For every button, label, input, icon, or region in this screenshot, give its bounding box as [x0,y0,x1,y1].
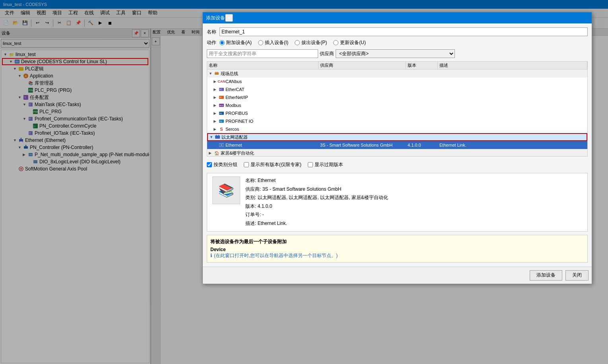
expand-modbus: ▶ [214,103,218,107]
modbus-label: Modbus [225,103,241,108]
svg-rect-47 [215,136,220,139]
profinet-io-label: PROFINET IO [225,119,253,124]
col-supplier: 供应商 [319,62,406,69]
sercos-label: Sercos [225,127,239,132]
info-name-value: Ethernet [258,178,276,183]
info-order-label: 订单号: [245,212,261,217]
info-panel: 📚 名称: Ethernet 供应商: 3S - Smart Software … [207,173,588,232]
info-name-row: 名称: Ethernet [245,176,584,185]
group-ethercat[interactable]: ▶ EC EtherCAT [207,85,587,93]
dialog-title-text: 添加设备 [206,15,225,21]
checkbox-all-versions[interactable]: 显示所有版本(仅限专家) [244,161,301,168]
info-desc-value: Ethernet Link. [258,221,287,226]
ethercat-label: EtherCAT [225,87,244,92]
info-category-row: 类别: 以太网适配器, 以太网适配器, 以太网适配器, 家居&楼宇自动化 [245,194,584,202]
group-modbus[interactable]: ▶ MOD Modbus [207,101,587,109]
svg-text:PB: PB [220,112,222,114]
info-desc-row: 描述: Ethernet Link. [245,219,584,228]
info-image-area: 📚 [210,176,242,228]
info-supplier-value: 3S - Smart Software Solutions GmbH [262,186,342,192]
ethercat-icon: EC [218,87,225,92]
book-stack-icon: 📚 [218,183,234,198]
dialog-close-btn[interactable]: × [225,14,233,22]
canbus-icon: CAN [218,79,225,84]
info-category-label: 类别: [245,195,256,200]
group-ethernetip[interactable]: ▶ IP EtherNet/IP [207,93,587,101]
checkbox-expired[interactable]: 显示过期版本 [308,161,343,168]
info-category-value: 以太网适配器, 以太网适配器, 以太网适配器, 家居&楼宇自动化 [258,195,388,200]
app-window: linux_test - CODESYS 文件 编辑 视图 项目 工程 在线 调… [0,0,608,364]
add-device-btn[interactable]: 添加设备 [530,270,562,281]
supplier-label: 供应商 [320,50,334,57]
radio-update[interactable]: 更新设备(U) [333,39,366,46]
group-profinet-io[interactable]: ▶ PN PROFINET IO [207,117,587,125]
group-profibus[interactable]: ▶ PB PROFIBUS [207,109,587,117]
svg-text:EC: EC [220,88,222,91]
group-sercos[interactable]: ▶ S Sercos [207,125,587,133]
supplier-select[interactable]: <全部供应商> [336,49,455,58]
name-row: 名称 [207,27,588,36]
expand-home: ▶ [209,151,214,155]
group-ethernet-adapter[interactable]: ▼ 以太网适配器 [207,133,587,141]
svg-text:PN: PN [220,120,222,122]
info-order-value: - [262,212,264,217]
device-tree-body: ▼ 现场总线 [207,70,587,157]
device-tree-header: 名称 供应商 版本 描述 [207,62,587,70]
group-canbus[interactable]: ▶ CAN CANbus [207,77,587,85]
search-input[interactable] [207,49,318,58]
ethernet-adapter-group-label: 以太网适配器 [221,134,248,140]
checkbox-row: 按类别分组 显示所有版本(仅限专家) 显示过期版本 [207,160,588,170]
home-label: 家居&楼宇自动化 [221,150,254,156]
ethernet-version: 4.1.0.0 [406,141,438,149]
sercos-icon: S [218,126,225,132]
fieldbus-label: 现场总线 [221,71,238,77]
ethernetip-label: EtherNet/IP [225,95,248,100]
info-order-row: 订单号: - [245,211,584,219]
info-name-label: 名称: [245,178,256,183]
radio-attach[interactable]: 附加设备(A) [220,39,252,46]
canbus-label: CANbus [225,79,242,84]
info-version-row: 版本: 4.1.0.0 [245,202,584,211]
profibus-label: PROFIBUS [225,111,248,116]
profibus-icon: PB [218,110,225,116]
svg-text:IP: IP [220,96,221,99]
expand-fieldbus: ▼ [209,72,214,76]
info-version-label: 版本: [245,203,256,209]
expand-ethernet-adapter: ▼ [210,135,214,139]
home-icon: 🏠 [214,150,220,156]
group-fieldbus[interactable]: ▼ 现场总线 [207,70,587,77]
group-home-automation[interactable]: ▶ 🏠 家居&楼宇自动化 [207,149,587,157]
dialog-title-bar: 添加设备 × [203,12,592,23]
checkbox-by-category[interactable]: 按类别分组 [207,161,237,168]
device-image: 📚 [212,176,240,204]
notice-info: ℹ (在此窗口打开时,您可以在导航器中选择另一个目标节点。) [210,252,584,259]
info-desc-label: 描述: [245,221,256,226]
radio-insert[interactable]: 插入设备(I) [258,39,288,46]
action-label: 动作 [207,39,216,46]
dialog-body: 名称 动作 附加设备(A) 插入设备(I) [203,23,592,267]
info-circle-icon: ℹ [210,253,212,258]
info-version-value: 4.1.0.0 [258,203,272,209]
expand-ethernetip: ▶ [214,95,218,99]
name-label: 名称 [207,29,216,35]
action-radio-group: 附加设备(A) 插入设备(I) 拔出设备(P) 更新设备(U) [220,39,366,46]
notice-device: Device [210,247,584,252]
dialog-overlay: 添加设备 × 名称 动作 附加设备(A) [0,0,608,364]
info-supplier-row: 供应商: 3S - Smart Software Solutions GmbH [245,185,584,194]
notice-title: 将被选设备作为最后一个子设备附加 [210,238,584,245]
ethernet-adapter-group-icon [214,134,221,140]
device-ethernet[interactable]: Ethernet 3S - Smart Software Solutions G… [207,141,587,149]
ethernet-device-icon [218,142,225,148]
info-supplier-label: 供应商: [245,186,261,192]
ethernetip-icon: IP [218,95,225,100]
fieldbus-icon [214,71,220,76]
close-dialog-btn[interactable]: 关闭 [565,270,589,281]
info-text-area: 名称: Ethernet 供应商: 3S - Smart Software So… [245,176,584,228]
ethernet-device-label: Ethernet [225,143,242,147]
col-desc: 描述 [438,62,587,69]
expand-profibus: ▶ [214,111,218,115]
expand-ethercat: ▶ [214,87,218,91]
radio-plug[interactable]: 拔出设备(P) [295,39,327,46]
expand-profinet-io: ▶ [214,119,218,123]
name-input[interactable] [220,27,588,36]
